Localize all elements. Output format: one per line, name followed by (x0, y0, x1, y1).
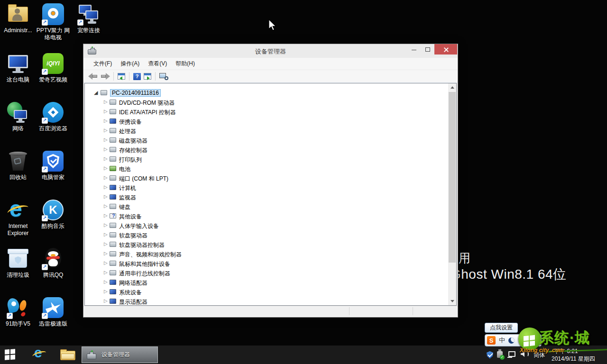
hid-icon (110, 223, 116, 228)
tray-clock-date[interactable]: 2014/9/11 星期四 (552, 355, 595, 363)
sound-controller-icon (110, 251, 116, 256)
desktop-icon-this-pc[interactable]: 这台电脑 (0, 52, 36, 83)
expand-chevron-icon[interactable]: ▷ (104, 137, 108, 142)
menu-file[interactable]: 文件(F) (89, 58, 116, 70)
expand-chevron-icon[interactable]: ▷ (104, 203, 108, 209)
ime-tooltip[interactable]: 点我设置 (485, 323, 518, 333)
kugou-music-icon: K (42, 199, 64, 221)
usb-controller-icon (110, 270, 116, 275)
recycle-bin-icon (7, 150, 29, 173)
network-icon (7, 101, 29, 124)
desktop-icon-administrator[interactable]: Administr... (0, 3, 36, 34)
expand-chevron-icon[interactable]: ▷ (104, 156, 108, 161)
tray-usb-icon[interactable] (497, 351, 503, 358)
taskbar-explorer-button[interactable] (60, 349, 75, 361)
expand-chevron-icon[interactable]: ▷ (104, 251, 108, 256)
xitongcheng-watermark: 系统·城 Xitong city .com (518, 325, 601, 355)
desktop-icon-clean-junk[interactable]: 清理垃圾 (0, 247, 36, 279)
help-button[interactable]: ? (133, 73, 141, 80)
expand-chevron-icon[interactable]: ▷ (104, 194, 108, 199)
expand-chevron-icon[interactable]: ▷ (104, 184, 108, 190)
expand-chevron-icon[interactable]: ▷ (104, 298, 108, 303)
expand-chevron-icon[interactable]: ▷ (104, 213, 108, 218)
expand-chevron-icon[interactable]: ▷ (104, 279, 108, 284)
menu-help[interactable]: 帮助(H) (171, 58, 199, 70)
shortcut-arrow-icon (7, 313, 13, 319)
this-pc-icon (7, 52, 29, 75)
desktop-icon-qq[interactable]: 腾讯QQ (36, 247, 71, 279)
network-adapter-icon (110, 280, 116, 285)
scrollbar-thumb[interactable] (449, 92, 456, 263)
expand-chevron-icon[interactable]: ▷ (104, 222, 108, 228)
ports-icon (110, 175, 116, 181)
scan-hardware-changes-button[interactable] (159, 73, 169, 80)
window-titlebar[interactable]: 设备管理器 (83, 44, 458, 58)
storage-controller-icon (110, 147, 116, 152)
desktop-icon-network[interactable]: 网络 (0, 101, 36, 132)
close-button[interactable] (434, 44, 457, 55)
expand-chevron-icon[interactable]: ▷ (104, 109, 108, 114)
computer-root-icon (101, 90, 107, 95)
vertical-scrollbar[interactable] (448, 83, 456, 305)
maximize-button[interactable] (421, 44, 434, 55)
sogou-logo-icon[interactable]: S (487, 336, 496, 345)
shortcut-arrow-icon (42, 19, 48, 26)
floppy-drive-icon (110, 232, 116, 237)
91-assistant-icon (7, 296, 29, 319)
expand-chevron-icon[interactable]: ▷ (104, 127, 108, 133)
taskbar-device-manager-button[interactable]: 设备管理器 (82, 346, 158, 363)
expand-chevron-icon[interactable]: ▷ (104, 270, 108, 275)
monitor-icon (110, 194, 116, 200)
expand-chevron-icon[interactable]: ▷ (104, 289, 108, 294)
menu-action[interactable]: 操作(A) (116, 58, 144, 70)
desktop-icon-xunlei[interactable]: 迅雷极速版 (36, 296, 71, 328)
tray-network-icon[interactable] (508, 351, 515, 357)
expand-chevron-icon[interactable]: ▷ (104, 165, 108, 171)
pptv-icon (42, 3, 64, 26)
device-tree: ◢ PC-201409111816 ▷DVD/CD-ROM 驱动器 ▷IDE A… (84, 83, 457, 306)
start-button[interactable] (4, 349, 18, 361)
standard-menus-button[interactable] (144, 73, 151, 80)
show-console-tree-button[interactable] (118, 73, 125, 80)
desktop-icon-broadband[interactable]: 宽带连接 (71, 3, 106, 34)
desktop-icon-91-assistant[interactable]: 91助手V5 (0, 296, 36, 328)
disk-drive-icon (110, 137, 116, 143)
processor-icon (110, 128, 116, 133)
desktop-icon-pc-manager[interactable]: 电脑管家 (36, 150, 71, 181)
brand-site: Xitong city .com (520, 347, 564, 354)
status-bar (83, 306, 458, 316)
keyboard-icon (110, 204, 116, 209)
expand-chevron-icon[interactable]: ▷ (104, 175, 108, 180)
mouse-cursor (268, 19, 278, 32)
forward-button[interactable] (100, 73, 110, 80)
shortcut-arrow-icon (42, 69, 48, 75)
desktop-icon-pptv[interactable]: PPTV聚力 网络电视 (36, 3, 71, 41)
baidu-browser-icon (42, 101, 64, 124)
expand-chevron-icon[interactable]: ▷ (104, 260, 108, 265)
desktop-icon-internet-explorer[interactable]: e Internet Explorer (0, 199, 36, 237)
pc-manager-icon (42, 150, 64, 173)
expand-chevron-icon[interactable]: ▷ (104, 232, 108, 237)
shortcut-arrow-icon (77, 19, 83, 26)
desktop-icon-recycle-bin[interactable]: 回收站 (0, 150, 36, 181)
menu-view[interactable]: 查看(V) (144, 58, 171, 70)
desktop-icon-iqiyi[interactable]: iQIYI 爱奇艺视频 (36, 52, 71, 83)
expand-chevron-icon[interactable]: ◢ (94, 90, 98, 96)
desktop-icon-baidu-browser[interactable]: 百度浏览器 (36, 101, 71, 132)
expand-chevron-icon[interactable]: ▷ (104, 99, 108, 104)
display-adapter-icon (110, 299, 116, 304)
minimize-button[interactable] (407, 44, 421, 55)
expand-chevron-icon[interactable]: ▷ (104, 241, 108, 246)
expand-chevron-icon[interactable]: ▷ (104, 118, 108, 123)
shortcut-arrow-icon (42, 264, 48, 270)
taskbar-ie-button[interactable]: e (31, 346, 47, 364)
taskbar: e 设备管理器 简体 下午 6:21 2014/9/11 星期四 (0, 346, 607, 364)
tray-security-shield-icon[interactable] (487, 351, 493, 359)
scroll-up-button[interactable] (448, 83, 456, 91)
moon-icon[interactable] (508, 337, 515, 344)
back-button[interactable] (88, 73, 99, 80)
ime-mode-chinese[interactable]: 中 (499, 336, 505, 345)
expand-chevron-icon[interactable]: ▷ (104, 146, 108, 152)
scroll-down-button[interactable] (448, 297, 456, 305)
desktop-icon-kugou[interactable]: K 酷狗音乐 (36, 199, 71, 230)
